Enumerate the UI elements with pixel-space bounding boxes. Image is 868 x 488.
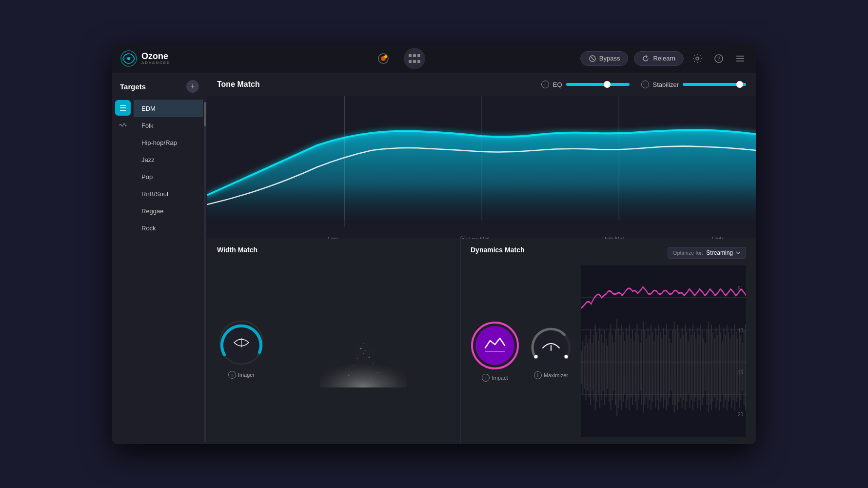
svg-rect-95: [627, 335, 628, 400]
svg-rect-89: [618, 328, 619, 408]
svg-point-45: [362, 321, 363, 322]
svg-rect-122: [669, 339, 670, 398]
svg-rect-159: [727, 325, 728, 410]
sidebar-title: Targets: [120, 82, 146, 91]
svg-rect-135: [689, 328, 690, 408]
svg-point-30: [360, 348, 361, 349]
impact-knob-label: i Impact: [482, 374, 508, 382]
dynamics-match-title: Dynamics Match: [471, 246, 524, 254]
maximizer-knob-label: i Maximizer: [534, 371, 568, 379]
add-target-button[interactable]: +: [186, 80, 199, 93]
svg-rect-129: [680, 339, 681, 398]
meter-labels: -5 -10 -15 -20: [736, 265, 743, 437]
svg-rect-127: [677, 325, 678, 410]
stabilizer-info-icon[interactable]: i: [641, 81, 649, 88]
list-view-btn[interactable]: [115, 100, 131, 116]
sidebar-item-label: EDM: [141, 105, 156, 112]
impact-knob-item: i Impact: [471, 321, 519, 382]
svg-rect-115: [658, 325, 659, 410]
dynamics-content: i Impact: [471, 265, 746, 437]
svg-rect-170: [744, 330, 745, 405]
sidebar-item-folk[interactable]: Folk: [134, 117, 203, 134]
tone-match-section: Tone Match i EQ i Stabilizer: [207, 73, 756, 239]
menu-button[interactable]: [732, 51, 748, 66]
ozone-logo-icon: [120, 50, 138, 67]
svg-point-46: [363, 326, 365, 327]
optimize-dropdown[interactable]: Optimize for: Streaming: [668, 247, 746, 259]
maximizer-knob-svg: [529, 324, 573, 367]
svg-rect-136: [691, 335, 692, 400]
svg-rect-116: [660, 332, 661, 402]
top-center-nav: [217, 48, 580, 69]
svg-point-38: [363, 343, 364, 344]
svg-rect-109: [649, 335, 650, 400]
svg-point-58: [564, 355, 568, 359]
sidebar-item-rnb[interactable]: RnB/Soul: [134, 185, 203, 203]
eq-slider[interactable]: [566, 83, 630, 86]
optimize-prefix: Optimize for:: [673, 250, 703, 256]
sidebar-item-hiphop[interactable]: Hip-hop/Rap: [134, 134, 203, 151]
svg-point-41: [363, 333, 364, 334]
svg-rect-133: [686, 332, 687, 402]
app-title: Ozone: [141, 52, 171, 61]
bypass-button[interactable]: Bypass: [580, 51, 629, 66]
freq-label-highmid: High-Mid: [602, 236, 624, 239]
freq-label-lowmid: S Low-Mid: [460, 236, 489, 239]
sidebar-item-label: Pop: [141, 173, 153, 181]
svg-rect-155: [720, 332, 721, 402]
svg-rect-162: [731, 328, 732, 408]
svg-rect-124: [672, 330, 673, 405]
impact-knob-container[interactable]: [471, 321, 519, 370]
svg-point-35: [373, 363, 374, 364]
svg-rect-110: [651, 325, 651, 410]
imager-info-icon[interactable]: i: [228, 371, 236, 379]
svg-rect-145: [705, 343, 706, 391]
eq-label: EQ: [553, 81, 562, 88]
app-window: Ozone ADVANCED: [112, 44, 756, 444]
tone-chart-container: Low S Low-Mid High-Mid High: [207, 96, 756, 239]
svg-rect-88: [616, 319, 617, 416]
sidebar-item-rock[interactable]: Rock: [134, 220, 203, 237]
svg-point-14: [696, 57, 699, 60]
svg-point-44: [363, 324, 364, 325]
svg-rect-98: [632, 330, 633, 405]
width-match-content: i Imager: [217, 260, 451, 437]
svg-rect-67: [584, 346, 585, 389]
svg-rect-106: [644, 330, 645, 405]
sidebar-item-label: Rock: [141, 224, 156, 232]
svg-rect-8: [409, 60, 412, 63]
stabilizer-slider[interactable]: [683, 83, 746, 86]
svg-rect-92: [623, 332, 624, 402]
maximizer-info-icon[interactable]: i: [534, 371, 542, 379]
svg-rect-10: [417, 60, 420, 63]
svg-rect-134: [688, 341, 689, 394]
imager-knob-container[interactable]: [217, 318, 266, 367]
modules-nav-btn[interactable]: [404, 48, 425, 69]
maximizer-knob-container[interactable]: [529, 324, 573, 367]
svg-rect-100: [635, 332, 636, 402]
eq-control: i EQ: [541, 81, 630, 88]
impact-info-icon[interactable]: i: [482, 374, 490, 382]
svg-rect-104: [641, 330, 642, 405]
svg-rect-105: [643, 321, 644, 412]
svg-rect-147: [708, 321, 709, 412]
logo-area: Ozone ADVANCED: [120, 50, 217, 67]
sidebar-item-jazz[interactable]: Jazz: [134, 151, 203, 168]
sidebar-item-reggae[interactable]: Reggae: [134, 203, 203, 220]
svg-rect-78: [601, 335, 602, 400]
dynamics-meter: -5 -10 -15 -20: [581, 265, 746, 437]
svg-rect-156: [722, 341, 723, 394]
sidebar-item-pop[interactable]: Pop: [134, 168, 203, 185]
settings-button[interactable]: [690, 51, 705, 66]
dynamics-knobs: i Impact: [471, 265, 573, 437]
sidebar-item-edm[interactable]: EDM: [134, 100, 203, 117]
eq-info-icon[interactable]: i: [541, 81, 549, 88]
stereo-scope: [276, 309, 451, 387]
waveform-view-btn[interactable]: [115, 118, 131, 133]
assistant-nav-btn[interactable]: [373, 48, 394, 69]
svg-rect-146: [706, 330, 707, 405]
help-button[interactable]: ?: [711, 51, 727, 66]
bypass-label: Bypass: [599, 55, 620, 62]
svg-rect-143: [702, 330, 703, 405]
relearn-button[interactable]: Relearn: [634, 51, 684, 66]
